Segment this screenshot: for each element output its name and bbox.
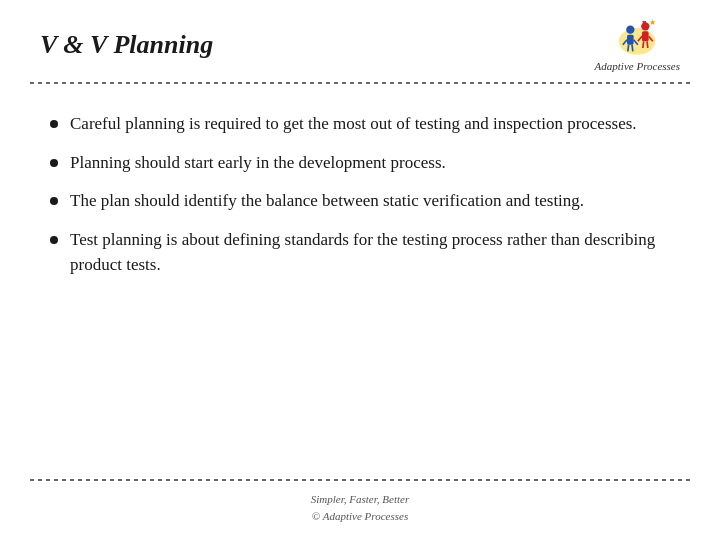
bullet-item: The plan should identify the balance bet… (50, 189, 670, 214)
bullet-list: Careful planning is required to get the … (50, 112, 670, 277)
svg-line-6 (632, 45, 633, 52)
logo-area: ♥ ★ Adaptive Processes (595, 18, 680, 72)
bullet-item: Planning should start early in the devel… (50, 151, 670, 176)
slide-content: Careful planning is required to get the … (0, 84, 720, 479)
bullet-dot (50, 120, 58, 128)
slide: V & V Planning ♥ (0, 0, 720, 540)
svg-point-0 (619, 28, 656, 55)
svg-line-5 (628, 45, 629, 52)
svg-text:★: ★ (649, 18, 656, 27)
bullet-item: Test planning is about defining standard… (50, 228, 670, 277)
slide-title: V & V Planning (40, 30, 213, 60)
svg-rect-8 (642, 31, 649, 41)
bullet-dot (50, 236, 58, 244)
svg-line-12 (647, 41, 648, 48)
bullet-text: Careful planning is required to get the … (70, 112, 670, 137)
svg-rect-2 (627, 35, 634, 45)
svg-line-11 (643, 41, 644, 48)
logo-text: Adaptive Processes (595, 60, 680, 72)
slide-header: V & V Planning ♥ (0, 0, 720, 82)
bullet-item: Careful planning is required to get the … (50, 112, 670, 137)
bullet-dot (50, 197, 58, 205)
bullet-text: The plan should identify the balance bet… (70, 189, 670, 214)
svg-point-1 (626, 26, 634, 34)
bullet-text: Planning should start early in the devel… (70, 151, 670, 176)
svg-text:♥: ♥ (642, 18, 647, 27)
footer: Simpler, Faster, Better © Adaptive Proce… (0, 481, 720, 540)
bullet-text: Test planning is about defining standard… (70, 228, 670, 277)
footer-line1: Simpler, Faster, Better (311, 493, 409, 505)
footer-text: Simpler, Faster, Better © Adaptive Proce… (40, 491, 680, 526)
footer-line2: © Adaptive Processes (312, 510, 408, 522)
logo-icon: ♥ ★ (611, 18, 663, 58)
bullet-dot (50, 159, 58, 167)
